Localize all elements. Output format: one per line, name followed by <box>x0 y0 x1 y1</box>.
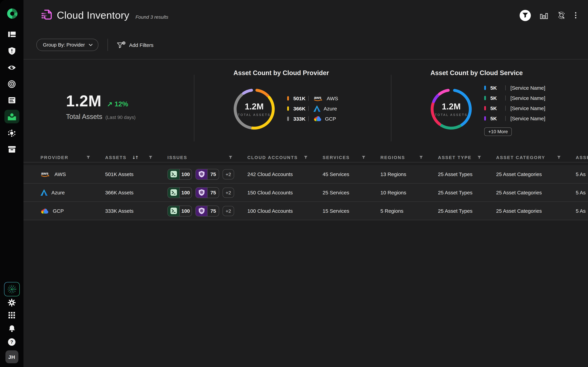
terminal-icon <box>170 208 177 214</box>
filter-active-button[interactable] <box>520 10 531 21</box>
page-title: Cloud Inventory <box>57 9 129 21</box>
donut-provider: 1.2M TOTAL ASSETS <box>233 88 275 130</box>
clipboard-list-icon <box>8 97 15 103</box>
inventory-icon <box>8 113 16 120</box>
sidebar-item-inventory-active[interactable] <box>0 110 24 123</box>
column-filter-icon[interactable] <box>149 155 152 159</box>
legend-swatch <box>287 106 289 111</box>
column-header[interactable]: REGIONS <box>380 155 438 160</box>
more-menu-button[interactable] <box>575 12 576 18</box>
user-avatar[interactable]: JH <box>0 350 24 363</box>
more-issues-chip[interactable]: +2 <box>223 206 234 216</box>
sidebar-item-help[interactable]: ? <box>0 338 24 346</box>
sidebar-item-alerts[interactable] <box>0 47 24 55</box>
legend-swatch <box>484 85 486 90</box>
inventory-table: PROVIDERASSETS↓↑ISSUESCLOUD ACCOUNTSSERV… <box>24 153 588 367</box>
provider-name: AWS <box>54 171 66 177</box>
sidebar-item-compliance[interactable] <box>0 97 24 103</box>
sidebar-item-settings[interactable] <box>0 299 24 306</box>
column-header[interactable]: ASSET CATEGORY <box>496 155 576 160</box>
bell-icon <box>8 325 15 332</box>
sidebar-item-storage[interactable] <box>0 146 24 153</box>
column-header[interactable]: SERVICES <box>323 155 380 160</box>
more-issues-chip[interactable]: +2 <box>223 187 234 198</box>
column-filter-icon[interactable] <box>419 155 423 159</box>
donut-provider-total: 1.2M <box>245 102 264 111</box>
column-filter-icon[interactable] <box>477 155 481 159</box>
shield-score-value: 75 <box>207 206 219 216</box>
asset-category-cell: 25 Asset Categories <box>496 190 576 195</box>
asset-type-cell: 25 Asset Types <box>438 190 496 195</box>
column-header[interactable]: CLOUD ACCOUNTS <box>247 155 323 160</box>
column-header[interactable]: ASSETS↓↑ <box>105 155 167 160</box>
shield-score-badge[interactable]: 75 <box>195 205 219 216</box>
shield-score-badge[interactable]: 75 <box>195 169 219 180</box>
table-row[interactable]: awsAWS501K Assets10075+2242 Cloud Accoun… <box>24 165 588 184</box>
legend-item: 501KawsAWS <box>287 93 338 103</box>
services-cell: 15 Services <box>323 208 380 214</box>
legend-swatch <box>287 116 289 121</box>
sort-icon[interactable]: ↓↑ <box>132 155 138 160</box>
column-filter-icon[interactable] <box>229 155 233 159</box>
column-label: SERVICES <box>323 155 350 160</box>
toolbar-divider <box>108 39 108 51</box>
legend-label: [Service Name] <box>510 85 545 91</box>
refresh-button[interactable] <box>557 11 566 20</box>
column-filter-icon[interactable] <box>86 155 90 159</box>
add-filters-button[interactable]: Add Filters <box>117 41 154 49</box>
sidebar-item-ai-sonar[interactable] <box>0 282 24 296</box>
kebab-menu-icon <box>575 12 576 18</box>
legend-divider <box>505 95 506 100</box>
page-header: Cloud Inventory Found 3 results <box>24 0 588 31</box>
gcp-logo-icon <box>41 208 49 214</box>
table-body: awsAWS501K Assets10075+2242 Cloud Accoun… <box>24 165 588 220</box>
sidebar-item-apps[interactable] <box>0 312 24 318</box>
summary-band: 1.2M ↗ 12% Total Assets (Last 90 days) A… <box>24 59 588 153</box>
gcp-logo-icon <box>313 116 322 122</box>
shield-score-badge[interactable]: 75 <box>195 187 219 198</box>
clipped-last-cell: 5 As <box>576 208 588 214</box>
sidebar-item-notifications[interactable] <box>0 325 24 332</box>
terminal-score-badge[interactable]: 100 <box>167 169 192 180</box>
table-header-row: PROVIDERASSETS↓↑ISSUESCLOUD ACCOUNTSSERV… <box>24 153 588 162</box>
table-row[interactable]: Azure366K Assets10075+2150 Cloud Account… <box>24 184 588 202</box>
column-filter-icon[interactable] <box>362 155 365 159</box>
terminal-score-badge[interactable]: 100 <box>167 187 192 198</box>
legend-label: [Service Name] <box>510 105 545 111</box>
funnel-plus-icon <box>117 41 126 49</box>
sidebar-item-threats[interactable] <box>0 129 24 137</box>
donut-provider-sublabel: TOTAL ASSETS <box>238 113 270 117</box>
legend-swatch <box>484 96 486 100</box>
eye-icon <box>8 65 16 70</box>
legend-label: AWS <box>327 95 338 101</box>
column-header[interactable]: PROVIDER <box>41 155 105 160</box>
aws-logo-icon: aws <box>41 171 51 178</box>
legend-more-button[interactable]: +10 More <box>484 127 512 136</box>
column-filter-icon[interactable] <box>557 155 561 159</box>
column-filter-icon[interactable] <box>304 155 308 159</box>
terminal-score-badge[interactable]: 100 <box>167 205 192 216</box>
group-by-dropdown[interactable]: Group By: Provider <box>36 39 98 51</box>
column-header[interactable]: ISSUES <box>167 155 247 160</box>
legend-item: 333KGCP <box>287 114 338 124</box>
sidebar-item-dashboard[interactable] <box>0 30 24 38</box>
column-header[interactable]: ASSET TYPE <box>438 155 496 160</box>
shield-score-value: 75 <box>207 187 219 198</box>
shield-score-value: 75 <box>207 169 219 179</box>
legend-swatch <box>484 106 486 110</box>
sidebar-item-visibility[interactable] <box>0 65 24 70</box>
legend-divider <box>505 116 506 121</box>
results-count: Found 3 results <box>135 11 168 20</box>
grid-icon <box>9 312 15 318</box>
more-issues-chip[interactable]: +2 <box>223 169 234 179</box>
sidebar-item-targets[interactable] <box>0 80 24 88</box>
regions-cell: 5 Regions <box>380 208 438 214</box>
table-row[interactable]: GCP333K Assets10075+2100 Cloud Accounts1… <box>24 202 588 220</box>
funnel-icon <box>522 13 528 18</box>
analytics-button[interactable] <box>540 12 548 19</box>
column-header[interactable]: ASSE <box>576 155 588 160</box>
shield-swirl-icon <box>196 187 207 198</box>
total-assets-label: Total Assets <box>66 113 102 120</box>
brand-logo-icon[interactable] <box>0 8 24 19</box>
add-filters-label: Add Filters <box>129 42 154 48</box>
